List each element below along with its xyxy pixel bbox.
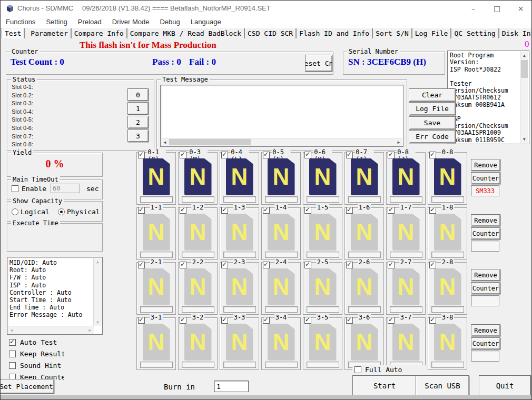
scroll-left-icon[interactable]: ◀ <box>161 138 169 146</box>
sd-card-icon[interactable]: N <box>226 158 253 195</box>
remove-button-row2[interactable]: Remove <box>471 269 500 281</box>
card-checkbox[interactable] <box>138 207 145 214</box>
test-message-area[interactable]: ◀ ▶ <box>160 85 403 147</box>
card-checkbox[interactable] <box>388 207 395 214</box>
tab-compare-mkb-read-badblock[interactable]: Compare MKB / Read BadBlock <box>127 28 245 38</box>
scroll-up-icon[interactable]: ▲ <box>94 258 102 266</box>
radio-logical[interactable] <box>12 208 18 215</box>
sd-card-icon[interactable]: N <box>309 324 337 361</box>
sd-card-icon[interactable]: N <box>184 158 212 195</box>
quit-button[interactable]: Quit <box>479 375 531 396</box>
card-checkbox[interactable] <box>304 152 311 158</box>
option-sound-hint[interactable]: Sound Hint <box>9 362 64 370</box>
card-checkbox[interactable] <box>221 262 228 268</box>
set-placement-button[interactable]: Set Placement <box>0 379 54 394</box>
sd-card-icon[interactable]: N <box>351 158 378 195</box>
card-checkbox[interactable] <box>180 152 186 158</box>
card-checkbox[interactable] <box>138 317 145 324</box>
sd-card-icon[interactable]: N <box>143 268 170 305</box>
scroll-left-icon[interactable]: ◀ <box>8 326 15 334</box>
slot-button-1[interactable]: 1 <box>127 102 149 115</box>
card-checkbox[interactable] <box>346 152 353 158</box>
card-checkbox[interactable] <box>221 152 228 158</box>
slot-button-3[interactable]: 3 <box>127 129 149 142</box>
card-checkbox[interactable] <box>263 207 270 214</box>
counter-button-row0[interactable]: Counter <box>471 172 500 184</box>
counter-button-row2[interactable]: Counter <box>471 282 500 294</box>
info-h-scrollbar[interactable]: ◀ ▶ <box>8 326 94 334</box>
burn-in-input[interactable] <box>214 381 249 392</box>
card-checkbox[interactable] <box>221 207 228 214</box>
option-keep-result[interactable]: Keep Result <box>9 350 64 358</box>
option-auto-test[interactable]: Auto Test <box>9 338 64 347</box>
sd-card-icon[interactable]: N <box>434 324 461 361</box>
device-info-list[interactable]: MID/OID: AutoRoot: AutoF/W : AutoISP : A… <box>7 257 103 335</box>
sd-card-icon[interactable]: N <box>226 324 253 361</box>
checkbox-keep-result[interactable] <box>9 351 16 357</box>
card-checkbox[interactable] <box>138 262 145 268</box>
log-file-button[interactable]: Log File <box>409 102 456 115</box>
card-checkbox[interactable] <box>304 317 311 324</box>
slot-button-0[interactable]: 0 <box>127 88 149 101</box>
card-checkbox[interactable] <box>346 262 353 268</box>
tab-test[interactable]: Test <box>2 28 25 38</box>
checkbox-sound-hint[interactable] <box>9 362 16 369</box>
card-checkbox[interactable] <box>429 207 436 214</box>
remove-button-row3[interactable]: Remove <box>471 324 500 336</box>
tab-parameter[interactable]: Parameter <box>28 28 71 38</box>
card-checkbox[interactable] <box>221 317 228 324</box>
menu-functions[interactable]: Functions <box>1 16 41 26</box>
sd-card-icon[interactable]: N <box>392 268 420 305</box>
tab-sort-s-n[interactable]: Sort S/N <box>373 28 412 38</box>
remove-button-row1[interactable]: Remove <box>471 214 500 226</box>
card-checkbox[interactable] <box>263 262 270 268</box>
card-checkbox[interactable] <box>388 262 395 268</box>
timeout-enable-checkbox[interactable] <box>12 185 18 192</box>
scroll-right-icon[interactable]: ▶ <box>395 138 402 146</box>
maximize-icon[interactable]: □ <box>485 1 509 16</box>
sd-card-icon[interactable]: N <box>268 324 295 361</box>
card-checkbox[interactable] <box>346 207 353 214</box>
sd-card-icon[interactable]: N <box>268 158 295 195</box>
scan-usb-button[interactable]: Scan USB <box>416 375 469 396</box>
card-checkbox[interactable] <box>180 317 186 324</box>
sd-card-icon[interactable]: N <box>143 324 170 361</box>
sd-card-icon[interactable]: N <box>184 214 212 251</box>
info-v-scrollbar[interactable]: ▲ ▼ <box>93 258 102 326</box>
scroll-right-icon[interactable]: ▶ <box>86 326 94 334</box>
sd-card-icon[interactable]: N <box>434 214 461 251</box>
sd-card-icon[interactable]: N <box>351 268 378 305</box>
sd-card-icon[interactable]: N <box>226 268 253 305</box>
card-checkbox[interactable] <box>388 317 395 324</box>
card-checkbox[interactable] <box>138 152 145 158</box>
tab-csd-cid-scr[interactable]: CSD CID SCR <box>245 28 297 38</box>
card-checkbox[interactable] <box>180 207 186 214</box>
sd-card-icon[interactable]: N <box>268 268 295 305</box>
card-checkbox[interactable] <box>304 207 311 214</box>
clear-button[interactable]: Clear <box>409 88 456 102</box>
counter-button-row1[interactable]: Counter <box>471 227 500 239</box>
sd-card-icon[interactable]: N <box>184 324 212 361</box>
radio-physical[interactable] <box>58 208 65 215</box>
card-checkbox[interactable] <box>429 152 436 158</box>
sd-card-icon[interactable]: N <box>434 268 461 305</box>
err-code-button[interactable]: Err Code <box>409 130 456 143</box>
sd-card-icon[interactable]: N <box>309 214 337 251</box>
card-checkbox[interactable] <box>304 262 311 268</box>
scrollbar-thumb[interactable] <box>521 60 528 78</box>
card-checkbox[interactable] <box>429 317 436 324</box>
version-scrollbar[interactable]: ▲ ▼ <box>520 52 528 143</box>
sd-card-icon[interactable]: N <box>351 324 378 361</box>
card-checkbox[interactable] <box>346 317 353 324</box>
sd-card-icon[interactable]: N <box>392 324 420 361</box>
menu-driver-mode[interactable]: Driver Mode <box>107 16 155 26</box>
message-h-scrollbar[interactable]: ◀ ▶ <box>161 138 402 146</box>
sd-card-icon[interactable]: N <box>143 214 170 251</box>
scroll-up-icon[interactable]: ▲ <box>520 52 528 59</box>
sd-card-icon[interactable]: N <box>268 214 295 251</box>
card-checkbox[interactable] <box>429 262 436 268</box>
save-button[interactable]: Save <box>409 116 456 129</box>
menu-setting[interactable]: Setting <box>41 16 72 26</box>
minimize-icon[interactable]: – <box>461 1 485 16</box>
slot-button-2[interactable]: 2 <box>127 116 149 128</box>
